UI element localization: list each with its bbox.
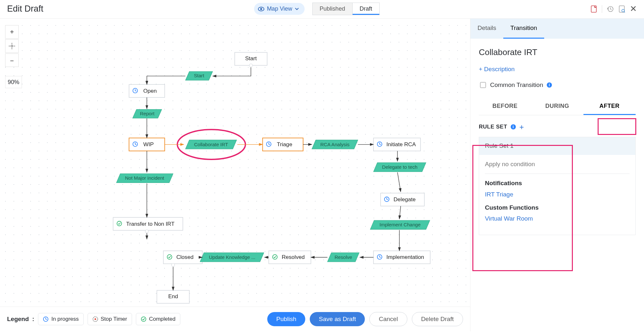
svg-text:Start: Start — [245, 55, 257, 62]
history-icon[interactable] — [607, 5, 614, 13]
save-draft-button[interactable]: Save as Draft — [310, 312, 365, 326]
divider — [602, 5, 602, 13]
notification-link[interactable]: IRT Triage — [485, 190, 513, 199]
svg-point-1 — [260, 8, 262, 10]
zoom-out-button[interactable]: – — [5, 53, 19, 67]
common-transition-label: Common Transition — [490, 81, 543, 90]
transition-update-knowledge[interactable]: Update Knowledge ... — [200, 253, 264, 262]
node-end[interactable]: End — [157, 290, 189, 303]
close-icon[interactable]: ✕ — [630, 5, 637, 13]
transition-resolve[interactable]: Resolve — [327, 253, 359, 262]
tab-transition[interactable]: Transition — [503, 19, 544, 39]
node-wip[interactable]: WIP — [129, 138, 165, 151]
zoom-in-button[interactable]: + — [5, 25, 19, 39]
chevron-down-icon — [295, 7, 299, 11]
cancel-button[interactable]: Cancel — [369, 312, 407, 326]
transition-collaborate-irt[interactable]: Collaborate IRT — [185, 140, 237, 149]
transition-delegate-tech[interactable]: Delegate to tech — [374, 163, 426, 172]
svg-text:Closed: Closed — [176, 254, 194, 261]
svg-text:Implementation: Implementation — [386, 254, 424, 261]
svg-text:WIP: WIP — [143, 141, 154, 147]
svg-text:Start: Start — [194, 73, 204, 78]
add-description-link[interactable]: + Description — [479, 65, 636, 74]
svg-text:Transfer to Non IRT: Transfer to Non IRT — [126, 221, 175, 227]
node-triage[interactable]: Triage — [262, 138, 303, 151]
legend-in-progress: In progress — [38, 313, 83, 325]
legend-label: Legend : — [7, 315, 34, 324]
pdf-icon[interactable] — [590, 5, 597, 13]
svg-text:RCA Analysis: RCA Analysis — [320, 142, 350, 147]
legend-completed: Completed — [136, 313, 180, 325]
svg-rect-2 — [591, 6, 596, 12]
custom-fn-link[interactable]: Virtual War Room — [485, 214, 533, 223]
info-icon[interactable]: i — [546, 82, 552, 88]
transition-rca-analysis[interactable]: RCA Analysis — [312, 140, 358, 149]
legend-stop-timer: Stop Timer — [88, 313, 132, 325]
node-transfer-non-irt[interactable]: Transfer to Non IRT — [113, 217, 183, 230]
svg-text:Delegate to tech: Delegate to tech — [382, 164, 417, 170]
tab-details[interactable]: Details — [470, 19, 503, 39]
publish-button[interactable]: Publish — [267, 312, 305, 326]
preview-icon[interactable] — [618, 5, 625, 13]
stage-tab-after[interactable]: AFTER — [583, 98, 636, 115]
map-view-dropdown[interactable]: Map View — [254, 3, 305, 15]
svg-text:Update Knowledge ...: Update Knowledge ... — [209, 254, 255, 260]
workflow-canvas[interactable]: + – 90% Start — [1, 21, 469, 307]
node-start[interactable]: Start — [235, 52, 267, 67]
zoom-level[interactable]: 90% — [5, 76, 22, 88]
node-implementation[interactable]: Implementation — [374, 251, 430, 264]
transition-report[interactable]: Report — [133, 109, 162, 118]
info-icon[interactable]: i — [510, 124, 516, 130]
svg-point-58 — [94, 318, 96, 320]
ruleset-heading: RULE SET — [479, 123, 507, 131]
svg-text:Delegate: Delegate — [393, 196, 416, 203]
svg-text:Resolved: Resolved — [282, 254, 305, 261]
add-ruleset-button[interactable]: + — [519, 122, 524, 133]
map-view-label: Map View — [267, 5, 292, 13]
common-transition-checkbox[interactable] — [480, 82, 486, 88]
svg-text:Report: Report — [140, 111, 155, 116]
ruleset-condition: Apply no condition — [485, 160, 630, 174]
node-open[interactable]: Open — [129, 85, 165, 98]
svg-point-5 — [622, 9, 624, 12]
svg-text:End: End — [168, 293, 178, 299]
transition-not-major[interactable]: Not Major incident — [116, 174, 173, 183]
ruleset-name: Rule Set 1 — [479, 137, 635, 155]
side-tabs: Details Transition — [470, 19, 644, 39]
stage-tab-before[interactable]: BEFORE — [479, 98, 531, 115]
tab-published[interactable]: Published — [313, 3, 353, 15]
node-delegate[interactable]: Delegate — [381, 193, 424, 206]
node-closed[interactable]: Closed — [163, 251, 202, 264]
zoom-locate-button[interactable] — [5, 39, 19, 53]
svg-text:Open: Open — [143, 88, 157, 94]
svg-line-6 — [624, 12, 625, 13]
node-initiate-rca[interactable]: Initiate RCA — [374, 138, 421, 151]
svg-text:Triage: Triage — [277, 141, 292, 147]
svg-text:Initiate RCA: Initiate RCA — [386, 141, 416, 147]
svg-point-56 — [145, 230, 148, 233]
svg-text:Not Major incident: Not Major incident — [125, 175, 164, 181]
delete-draft-button[interactable]: Delete Draft — [412, 312, 463, 326]
stage-tab-during[interactable]: DURING — [531, 98, 583, 115]
transition-implement-change[interactable]: Implement Change — [370, 220, 430, 229]
svg-point-55 — [172, 263, 175, 267]
tab-draft[interactable]: Draft — [353, 3, 379, 15]
version-tabs: Published Draft — [312, 3, 380, 15]
svg-text:i: i — [513, 125, 514, 129]
ruleset-item[interactable]: Rule Set 1 Apply no condition Notificati… — [479, 137, 636, 235]
svg-point-7 — [11, 45, 13, 47]
svg-text:Implement Change: Implement Change — [380, 222, 421, 227]
page-title: Edit Draft — [7, 3, 43, 15]
svg-text:Resolve: Resolve — [335, 254, 352, 260]
eye-icon — [258, 6, 264, 12]
svg-text:Collaborate IRT: Collaborate IRT — [194, 142, 228, 147]
svg-text:i: i — [549, 83, 550, 87]
custom-fn-heading: Custom Functions — [485, 204, 630, 212]
transition-start[interactable]: Start — [185, 71, 213, 80]
notifications-heading: Notifications — [485, 179, 630, 188]
stage-tabs: BEFORE DURING AFTER — [479, 98, 636, 115]
transition-title: Collaborate IRT — [479, 46, 636, 58]
node-resolved[interactable]: Resolved — [269, 251, 311, 264]
svg-point-16 — [249, 64, 252, 67]
